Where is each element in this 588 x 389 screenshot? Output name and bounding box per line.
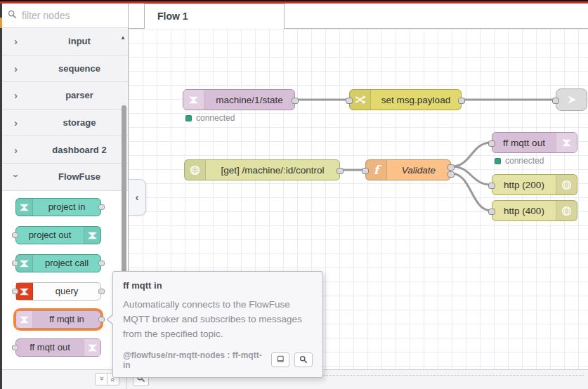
output-port[interactable]: [458, 98, 465, 104]
flow-node-label: Validate: [387, 165, 450, 176]
find-node-button[interactable]: [294, 352, 313, 367]
status-text: connected: [505, 156, 544, 166]
output-port[interactable]: [447, 171, 455, 178]
chevron-right-icon: ›: [14, 35, 20, 47]
tooltip-title: ff mqtt in: [123, 280, 313, 291]
category-label: input: [31, 36, 128, 46]
scroll-up-icon[interactable]: ▲: [120, 34, 126, 41]
input-port[interactable]: [346, 98, 353, 104]
docs-button[interactable]: [271, 352, 289, 367]
input-port[interactable]: [12, 345, 18, 350]
flowfuse-icon: [16, 311, 33, 328]
status-text: connected: [196, 113, 235, 123]
chevron-right-icon: ›: [14, 117, 20, 128]
input-port[interactable]: [488, 183, 495, 189]
output-port[interactable]: [292, 98, 299, 104]
chevron-right-icon: ›: [14, 144, 20, 156]
palette-filter-input[interactable]: [22, 10, 122, 21]
palette-node-label: project in: [33, 199, 100, 216]
chevron-right-icon: ›: [14, 89, 20, 101]
output-port[interactable]: [447, 164, 455, 171]
category-label: storage: [31, 117, 128, 128]
input-port[interactable]: [362, 168, 369, 174]
palette-node-project-in[interactable]: project in: [15, 198, 101, 216]
palette-category-parser[interactable]: › parser: [2, 82, 128, 110]
input-port[interactable]: [12, 289, 18, 294]
collapse-all-icon: «: [97, 378, 105, 381]
chevron-right-icon: ›: [14, 62, 20, 74]
palette-node-label: ff mqtt out: [16, 339, 84, 356]
wire[interactable]: [452, 173, 491, 211]
tooltip-description: Automatically connects to the FlowFuse M…: [123, 298, 313, 342]
window-left-border: [0, 0, 2, 389]
flow-node-label: http (200): [492, 180, 556, 190]
wire[interactable]: [452, 143, 491, 166]
flowfuse-icon: [16, 283, 33, 300]
palette-node-label: query: [33, 283, 100, 300]
node-status: connected: [185, 113, 235, 123]
palette-category-storage[interactable]: › storage: [2, 110, 128, 137]
flow-node-http-response-400[interactable]: http (400): [492, 200, 577, 221]
category-label: sequence: [31, 63, 128, 74]
flowfuse-icon: [84, 227, 100, 244]
book-icon: [276, 354, 285, 367]
palette-node-label: project call: [33, 255, 100, 272]
expand-all-icon: «: [109, 378, 117, 381]
flow-node-mqtt-out-ff[interactable]: ff mqtt out: [492, 132, 577, 153]
flow-node-label: http (400): [492, 206, 556, 216]
chevron-right-icon: ›: [11, 174, 22, 180]
search-icon: [8, 9, 17, 22]
flow-node-mqtt-in-machine-state[interactable]: machine/1/state: [183, 89, 295, 110]
magnifier-icon: [299, 354, 308, 367]
output-port[interactable]: [98, 261, 105, 266]
node-info-tooltip: ff mqtt in Automatically connects to the…: [112, 271, 323, 378]
input-port[interactable]: [12, 232, 18, 238]
palette-category-sequence[interactable]: › sequence: [2, 55, 128, 83]
flowfuse-icon: [84, 339, 100, 356]
palette-category-flowfuse[interactable]: › FlowFuse: [2, 164, 128, 191]
flow-node-label: [get] /machine/:id/control: [206, 165, 339, 176]
output-port[interactable]: [98, 317, 105, 322]
palette-node-query[interactable]: query: [15, 282, 101, 301]
palette-search: [2, 4, 128, 28]
shuffle-icon: [350, 90, 371, 110]
window-top-border: [0, 0, 588, 4]
flow-node-function-validate[interactable]: fValidate: [365, 159, 451, 180]
palette-category-dashboard-2[interactable]: › dashboard 2: [2, 136, 128, 164]
flow-node-http-response-200[interactable]: http (200): [492, 174, 577, 195]
link-out-icon: [556, 89, 587, 110]
palette-node-ff-mqtt-in[interactable]: ff mqtt in: [15, 310, 101, 329]
input-port[interactable]: [12, 261, 18, 266]
input-port[interactable]: [552, 98, 559, 104]
node-red-editor: › input› sequence› parser› storage› dash…: [0, 0, 588, 389]
flow-node-http-in-get-control[interactable]: [get] /machine/:id/control: [184, 159, 340, 180]
palette-collapse-button[interactable]: ‹: [129, 179, 146, 216]
input-port[interactable]: [488, 209, 495, 215]
palette-categories: › input› sequence› parser› storage› dash…: [2, 28, 128, 191]
input-port[interactable]: [488, 140, 495, 147]
flow-node-label: set msg.payload: [371, 95, 461, 105]
category-label: parser: [31, 90, 128, 100]
flowfuse-icon: [183, 90, 204, 110]
flow-node-link-out[interactable]: [556, 88, 587, 111]
globe-icon: [185, 160, 206, 180]
flowfuse-icon: [556, 133, 577, 152]
palette-node-project-out[interactable]: project out: [15, 226, 101, 244]
flowfuse-icon: [16, 199, 33, 216]
output-port[interactable]: [98, 204, 105, 210]
tab-flow-1[interactable]: Flow 1: [144, 4, 285, 29]
output-port[interactable]: [337, 168, 344, 174]
tab-label: Flow 1: [145, 4, 284, 28]
output-port[interactable]: [98, 289, 105, 294]
status-connected-icon: [495, 158, 501, 164]
flow-node-change-set-payload[interactable]: set msg.payload: [349, 89, 462, 110]
palette-node-ff-mqtt-out[interactable]: ff mqtt out: [15, 338, 101, 357]
palette-node-project-call[interactable]: project call: [15, 254, 101, 272]
category-label: dashboard 2: [31, 145, 128, 155]
globe-icon: [556, 201, 577, 220]
flow-node-label: ff mqtt out: [492, 138, 556, 148]
palette-category-input[interactable]: › input: [2, 28, 128, 55]
category-label: FlowFuse: [31, 171, 128, 182]
collapse-all-button[interactable]: «: [95, 373, 107, 385]
node-status: connected: [495, 156, 544, 166]
